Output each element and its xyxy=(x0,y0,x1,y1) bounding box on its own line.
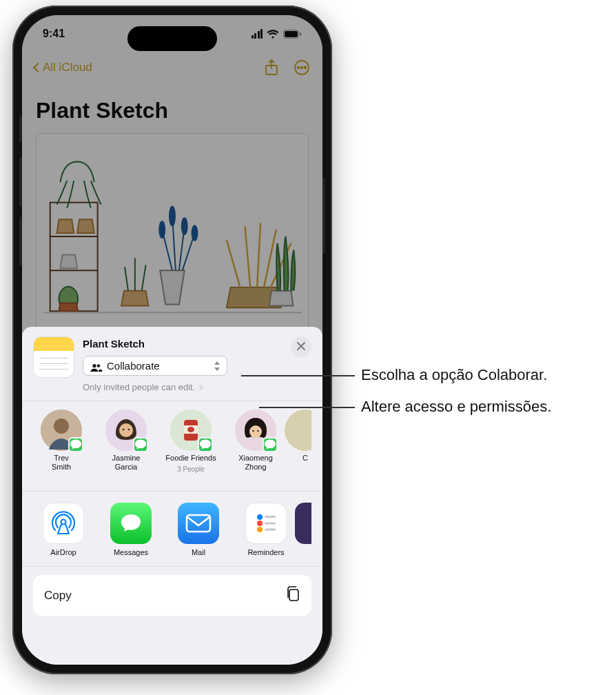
chevron-right-icon xyxy=(197,384,203,390)
app-icon xyxy=(295,503,311,544)
collaborate-label: Collaborate xyxy=(107,360,207,372)
notes-app-icon xyxy=(33,336,74,378)
svg-point-17 xyxy=(92,363,96,367)
messages-badge-icon xyxy=(198,437,213,452)
copy-label: Copy xyxy=(44,589,72,603)
avatar xyxy=(105,410,147,451)
permission-text: Only invited people can edit. xyxy=(83,382,195,392)
app-messages[interactable]: Messages xyxy=(105,503,157,556)
collaborate-mode-selector[interactable]: Collaborate xyxy=(83,356,227,376)
contact-trev-smith[interactable]: TrevSmith xyxy=(36,410,87,473)
app-partial[interactable]: J xyxy=(307,503,311,556)
reminders-icon xyxy=(245,503,287,544)
app-reminders[interactable]: Reminders xyxy=(240,503,292,556)
share-actions-list: Copy xyxy=(33,575,311,616)
svg-rect-40 xyxy=(265,529,276,531)
callout-line xyxy=(241,375,355,376)
messages-icon xyxy=(110,503,152,544)
svg-rect-39 xyxy=(265,523,276,525)
contact-xiaomeng-zhong[interactable]: XiaomengZhong xyxy=(230,410,281,473)
svg-point-31 xyxy=(252,430,254,432)
callout-collaborate: Escolha a opção Colaborar. xyxy=(361,366,547,384)
svg-rect-34 xyxy=(187,515,210,532)
close-button[interactable] xyxy=(291,336,311,357)
mail-icon xyxy=(178,503,219,544)
copy-action[interactable]: Copy xyxy=(33,575,311,616)
svg-point-18 xyxy=(97,364,100,367)
phone-screen: 9:41 All iCloud xyxy=(22,15,322,665)
avatar xyxy=(41,410,82,451)
share-sheet: Plant Sketch Collaborate Only invited pe… xyxy=(22,327,322,665)
callout-line xyxy=(259,407,355,408)
people-icon xyxy=(90,362,101,370)
svg-point-23 xyxy=(123,429,125,431)
svg-point-22 xyxy=(119,423,133,437)
divider xyxy=(22,566,322,567)
contact-jasmine-garcia[interactable]: JasmineGarcia xyxy=(101,410,152,473)
svg-point-37 xyxy=(257,527,263,532)
phone-frame: 9:41 All iCloud xyxy=(12,6,332,674)
contact-partial[interactable]: C xyxy=(295,410,311,473)
svg-point-28 xyxy=(187,427,194,432)
messages-badge-icon xyxy=(263,437,278,452)
svg-point-24 xyxy=(128,429,130,431)
messages-badge-icon xyxy=(68,437,83,452)
app-mail[interactable]: Mail xyxy=(172,503,225,556)
updown-chevron-icon xyxy=(213,361,220,371)
svg-rect-41 xyxy=(289,590,298,601)
svg-point-36 xyxy=(257,521,263,526)
copy-icon xyxy=(285,585,300,605)
avatar xyxy=(170,410,212,451)
permissions-button[interactable]: Only invited people can edit. xyxy=(83,382,283,392)
svg-rect-38 xyxy=(265,516,276,518)
messages-badge-icon xyxy=(133,437,148,452)
avatar xyxy=(285,410,311,451)
svg-point-35 xyxy=(257,514,263,520)
contacts-row[interactable]: TrevSmith JasmineGarcia xyxy=(33,401,311,483)
svg-point-30 xyxy=(249,425,262,438)
callout-permissions: Altere acesso e permissões. xyxy=(361,398,551,416)
close-icon xyxy=(297,340,305,354)
app-airdrop[interactable]: AirDrop xyxy=(37,503,90,556)
avatar xyxy=(235,410,276,451)
svg-point-32 xyxy=(257,430,258,432)
apps-row[interactable]: AirDrop Messages Mail xyxy=(33,492,311,566)
airdrop-icon xyxy=(43,503,84,544)
svg-point-20 xyxy=(54,419,69,434)
share-sheet-title: Plant Sketch xyxy=(83,338,283,350)
contact-foodie-friends[interactable]: Foodie Friends 3 People xyxy=(165,410,216,473)
